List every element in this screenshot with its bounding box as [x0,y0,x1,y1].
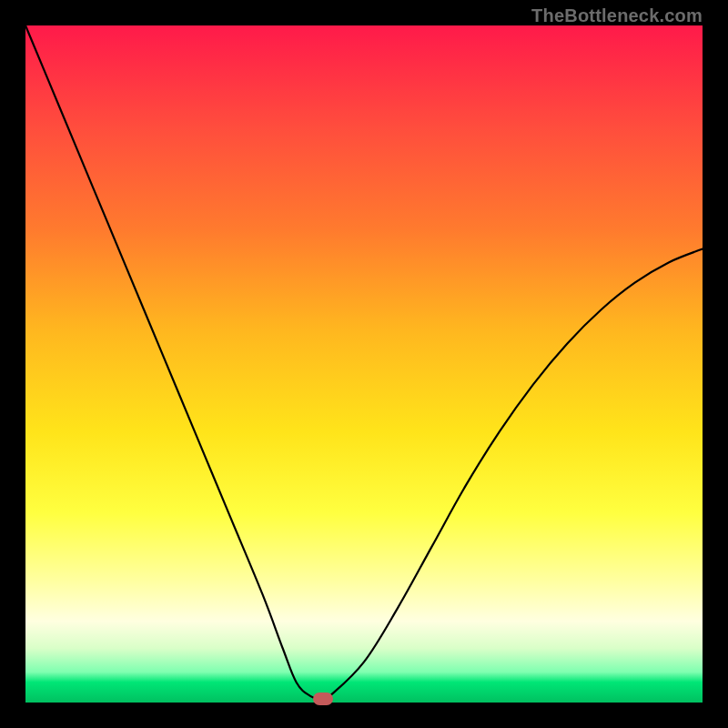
chart-frame: TheBottleneck.com [0,0,728,728]
bottleneck-curve [25,25,703,703]
watermark-text: TheBottleneck.com [531,5,703,26]
bottleneck-marker [313,693,333,705]
plot-area [25,25,703,703]
